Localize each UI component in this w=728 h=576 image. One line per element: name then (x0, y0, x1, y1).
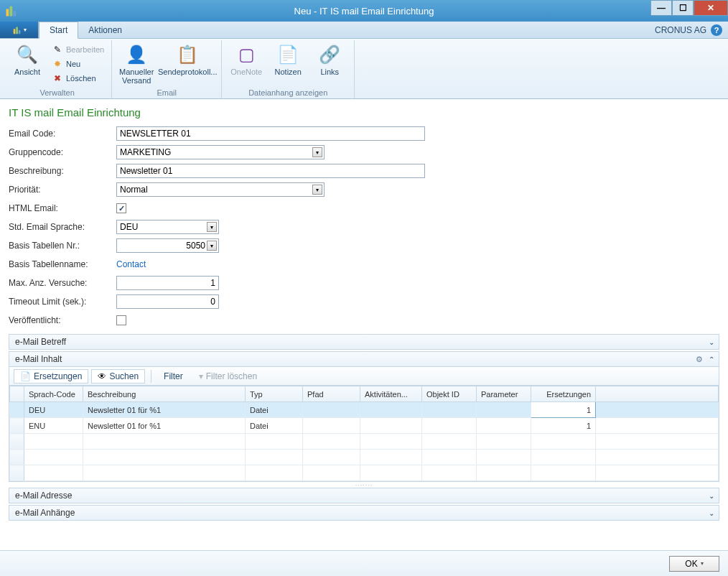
col-typ[interactable]: Typ (246, 386, 303, 402)
label-gruppencode: Gruppencode: (9, 147, 116, 157)
svg-rect-4 (16, 27, 18, 34)
table-row[interactable]: DEUNewsletter 01 für %1Datei1 (10, 402, 719, 418)
suchen-button[interactable]: 👁 Suchen (91, 369, 145, 384)
label-max-versuche: Max. Anz. Versuche: (9, 278, 116, 288)
bearbeiten-button[interactable]: ✎ Bearbeiten (49, 43, 107, 56)
menubar: ▾ Start Aktionen CRONUS AG ? (0, 22, 728, 39)
col-parameter[interactable]: Parameter (477, 386, 531, 402)
panel-adresse[interactable]: e-Mail Adresse ⌄ (9, 488, 719, 503)
new-icon: ✸ (52, 58, 63, 70)
loeschen-button[interactable]: ✖ Löschen (49, 72, 107, 85)
ok-button[interactable]: OK ▾ (669, 556, 719, 572)
chevron-down-icon[interactable]: ▾ (312, 147, 322, 157)
filter-loeschen-button[interactable]: ▾ Filter löschen (192, 369, 263, 384)
tab-aktionen[interactable]: Aktionen (78, 22, 132, 38)
label-email-code: Email Code: (9, 129, 116, 139)
app-menu-button[interactable]: ▾ (0, 22, 39, 38)
svg-rect-2 (14, 11, 17, 17)
search-icon: 👁 (98, 371, 106, 381)
onenote-icon: ▢ (235, 43, 258, 66)
group-dateianhang-label: Dateianhang anzeigen (248, 87, 327, 98)
std-sprache-select[interactable] (116, 220, 219, 234)
replace-icon: 📄 (20, 371, 31, 381)
sendeprotokoll-button[interactable]: 📋 Sendeprotokoll... (158, 40, 217, 76)
links-button[interactable]: 🔗 Links (309, 40, 350, 76)
label-basis-tab-name: Basis Tabellenname: (9, 259, 116, 269)
col-aktivitaeten[interactable]: Aktivitäten... (360, 386, 422, 402)
titlebar: Neu - IT IS mail Email Einrichtung — ☐ ✕ (0, 0, 728, 22)
table-row[interactable] (10, 465, 719, 481)
label-std-sprache: Std. Email Sprache: (9, 222, 116, 232)
magnifier-icon: 🔍 (16, 43, 39, 66)
col-ersetzungen[interactable]: Ersetzungen (531, 386, 596, 402)
svg-rect-5 (18, 30, 20, 34)
chevron-up-icon: ⌃ (709, 356, 714, 363)
col-objekt-id[interactable]: Objekt ID (422, 386, 477, 402)
html-email-checkbox[interactable] (116, 203, 126, 213)
max-versuche-input[interactable] (116, 276, 219, 290)
page-title: IT IS mail Email Einrichtung (9, 106, 719, 119)
neu-button[interactable]: ✸ Neu (49, 57, 107, 70)
onenote-button[interactable]: ▢ OneNote (226, 40, 266, 76)
veroeffentlicht-checkbox[interactable] (116, 315, 126, 325)
help-icon[interactable]: ? (711, 24, 722, 36)
svg-rect-1 (10, 6, 13, 17)
notizen-button[interactable]: 📄 Notizen (268, 40, 308, 76)
basis-tab-nr-input[interactable] (116, 238, 219, 253)
maximize-button[interactable]: ☐ (672, 0, 694, 16)
chevron-down-icon: ⌄ (709, 492, 714, 500)
timeout-input[interactable] (116, 294, 219, 309)
panel-inhalt[interactable]: e-Mail Inhalt ⚙ ⌃ (9, 351, 719, 367)
beschreibung-input[interactable] (116, 164, 425, 178)
minimize-button[interactable]: — (650, 0, 672, 16)
chevron-down-icon: ⌄ (709, 509, 714, 517)
clipboard-icon: 📋 (176, 43, 199, 66)
label-timeout: Timeout Limit (sek.): (9, 297, 116, 307)
chevron-down-icon: ▾ (701, 560, 704, 567)
tab-start[interactable]: Start (39, 22, 78, 39)
splitter[interactable]: ······· (9, 482, 719, 488)
gruppencode-select[interactable] (116, 145, 325, 159)
table-row[interactable] (10, 434, 719, 450)
close-button[interactable]: ✕ (694, 0, 728, 16)
pencil-icon: ✎ (52, 44, 63, 55)
company-name: CRONUS AG (655, 25, 706, 35)
panel-betreff[interactable]: e-Mail Betreff ⌄ (9, 334, 719, 350)
window-title: Neu - IT IS mail Email Einrichtung (294, 6, 434, 17)
inhalt-grid: Sprach-Code Beschreibung Typ Pfad Aktivi… (9, 386, 719, 482)
svg-rect-0 (6, 9, 9, 17)
col-beschreibung[interactable]: Beschreibung (83, 386, 246, 402)
table-row[interactable]: ENUNewsletter 01 for %1Datei1 (10, 418, 719, 434)
group-email-label: Email (157, 87, 177, 98)
group-verwalten-label: Verwalten (39, 87, 74, 98)
chevron-down-icon[interactable]: ▾ (207, 222, 217, 232)
gear-icon[interactable]: ⚙ (696, 355, 703, 364)
grid-toolbar: 📄 Ersetzungen 👁 Suchen Filter ▾ Filter l… (9, 367, 719, 386)
label-prioritaet: Priorität: (9, 185, 116, 195)
ersetzungen-button[interactable]: 📄 Ersetzungen (14, 369, 88, 384)
col-pfad[interactable]: Pfad (303, 386, 360, 402)
chevron-down-icon[interactable]: ▾ (312, 185, 322, 195)
manueller-versand-button[interactable]: 👤 Manueller Versand (116, 40, 157, 85)
funnel-icon: ▾ (199, 371, 203, 381)
chevron-down-icon[interactable]: ▾ (207, 241, 217, 251)
footer: OK ▾ (0, 550, 728, 576)
label-html-email: HTML Email: (9, 203, 116, 213)
ribbon: 🔍 Ansicht ✎ Bearbeiten ✸ Neu ✖ Löschen V… (0, 39, 728, 99)
email-code-input[interactable] (116, 126, 425, 141)
delete-icon: ✖ (52, 73, 63, 84)
col-sprach-code[interactable]: Sprach-Code (24, 386, 83, 402)
link-icon: 🔗 (318, 43, 341, 66)
label-basis-tab-nr: Basis Tabellen Nr.: (9, 241, 116, 251)
ansicht-button[interactable]: 🔍 Ansicht (7, 40, 47, 76)
table-row[interactable] (10, 450, 719, 465)
app-icon (4, 4, 19, 18)
filter-button[interactable]: Filter (157, 369, 190, 384)
svg-rect-3 (13, 29, 15, 34)
prioritaet-select[interactable] (116, 182, 325, 197)
chevron-down-icon: ⌄ (709, 338, 714, 346)
person-icon: 👤 (125, 43, 148, 66)
panel-anhaenge[interactable]: e-Mail Anhänge ⌄ (9, 505, 719, 521)
label-beschreibung: Beschreibung: (9, 166, 116, 176)
basis-tab-name-link[interactable]: Contact (116, 259, 146, 269)
